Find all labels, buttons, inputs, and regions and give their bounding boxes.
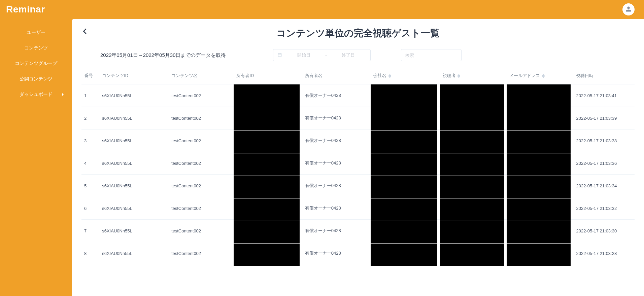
sidebar: ユーザー コンテンツ コンテンツグループ 公開コンテンツ ダッシュボード <box>0 19 72 296</box>
redacted-block <box>371 84 437 108</box>
table-row: 5s6XIAU0Nn55LtestContent002有償オーナー0428202… <box>81 175 635 197</box>
redacted-block <box>440 198 504 221</box>
redacted-block <box>440 244 504 266</box>
cell-content-name: testContent002 <box>169 175 234 197</box>
cell-content-id: s6XIAU0Nn55L <box>99 197 169 220</box>
cell-num: 3 <box>81 130 99 152</box>
redacted-block <box>371 131 437 153</box>
redacted-block <box>371 176 437 198</box>
redacted-block <box>440 131 504 153</box>
cell-view-datetime: 2022-05-17 21:03:34 <box>573 175 635 197</box>
cell-viewer <box>440 107 507 130</box>
redacted-block <box>371 108 437 131</box>
cell-owner-id <box>234 220 302 242</box>
redacted-block <box>440 176 504 198</box>
cell-content-id: s6XIAU0Nn55L <box>99 175 169 197</box>
cell-content-id: s6XIAU0Nn55L <box>99 152 169 175</box>
cell-email <box>507 130 573 152</box>
redacted-block <box>371 153 437 176</box>
cell-viewer <box>440 220 507 242</box>
table-row: 1s6XIAU0Nn55LtestContent002有償オーナー0428202… <box>81 84 635 107</box>
back-button[interactable] <box>81 28 89 36</box>
user-avatar-button[interactable] <box>622 3 635 15</box>
cell-company <box>371 175 440 197</box>
col-header-viewer[interactable]: 視聴者 <box>440 69 507 84</box>
col-header-owner-id: 所有者ID <box>234 69 302 84</box>
search-input[interactable] <box>405 49 457 61</box>
sidebar-item-label: コンテンツ <box>24 45 48 50</box>
cell-company <box>371 197 440 220</box>
cell-view-datetime: 2022-05-17 21:03:28 <box>573 242 635 265</box>
redacted-block <box>371 244 437 266</box>
col-header-content-id: コンテンツID <box>99 69 169 84</box>
redacted-block <box>507 198 571 221</box>
col-header-content-name: コンテンツ名 <box>169 69 234 84</box>
col-header-num: 番号 <box>81 69 99 84</box>
table-row: 3s6XIAU0Nn55LtestContent002有償オーナー0428202… <box>81 130 635 152</box>
cell-num: 4 <box>81 152 99 175</box>
cell-owner-name: 有償オーナー0428 <box>302 220 371 242</box>
col-header-company[interactable]: 会社名 <box>371 69 440 84</box>
cell-viewer <box>440 84 507 107</box>
cell-content-id: s6XIAU0Nn55L <box>99 220 169 242</box>
redacted-block <box>234 221 299 243</box>
cell-email <box>507 175 573 197</box>
cell-owner-name: 有償オーナー0428 <box>302 197 371 220</box>
sidebar-item-content-group[interactable]: コンテンツグループ <box>0 56 72 71</box>
sidebar-item-label: ダッシュボード <box>20 91 53 97</box>
cell-num: 6 <box>81 197 99 220</box>
sidebar-item-label: 公開コンテンツ <box>20 76 53 81</box>
date-start-placeholder: 開始日 <box>285 52 322 58</box>
cell-num: 8 <box>81 242 99 265</box>
cell-owner-id <box>234 107 302 130</box>
cell-content-name: testContent002 <box>169 220 234 242</box>
cell-content-id: s6XIAU0Nn55L <box>99 107 169 130</box>
cell-content-id: s6XIAU0Nn55L <box>99 130 169 152</box>
cell-owner-id <box>234 197 302 220</box>
redacted-block <box>234 84 299 108</box>
page-title: コンテンツ単位の完全視聴ゲスト一覧 <box>276 27 440 40</box>
redacted-block <box>234 198 299 221</box>
sidebar-item-label: コンテンツグループ <box>15 61 57 66</box>
table-row: 8s6XIAU0Nn55LtestContent002有償オーナー0428202… <box>81 242 635 265</box>
cell-viewer <box>440 242 507 265</box>
cell-num: 7 <box>81 220 99 242</box>
cell-company <box>371 242 440 265</box>
redacted-block <box>440 84 504 108</box>
cell-content-name: testContent002 <box>169 130 234 152</box>
app-header: Reminar <box>0 0 644 19</box>
date-range-picker[interactable]: 開始日 - 終了日 <box>273 49 371 61</box>
redacted-block <box>371 221 437 243</box>
cell-email <box>507 197 573 220</box>
cell-owner-id <box>234 175 302 197</box>
sidebar-item-contents[interactable]: コンテンツ <box>0 40 72 56</box>
redacted-block <box>440 108 504 131</box>
cell-view-datetime: 2022-05-17 21:03:38 <box>573 130 635 152</box>
cell-email <box>507 107 573 130</box>
cell-view-datetime: 2022-05-17 21:03:36 <box>573 152 635 175</box>
search-box[interactable] <box>401 49 462 61</box>
col-header-email[interactable]: メールアドレス <box>507 69 573 84</box>
redacted-block <box>507 244 571 266</box>
guest-list-table: 番号 コンテンツID コンテンツ名 所有者ID 所有者名 会社名 視聴者 <box>81 69 635 264</box>
sidebar-item-public-contents[interactable]: 公開コンテンツ <box>0 71 72 87</box>
cell-content-name: testContent002 <box>169 197 234 220</box>
sidebar-item-dashboard[interactable]: ダッシュボード <box>0 87 72 102</box>
redacted-block <box>440 153 504 176</box>
cell-owner-name: 有償オーナー0428 <box>302 84 371 107</box>
date-summary-text: 2022年05月01日～2022年05月30日までのデータを取得 <box>100 52 226 59</box>
user-icon <box>625 6 632 13</box>
table-row: 6s6XIAU0Nn55LtestContent002有償オーナー0428202… <box>81 197 635 220</box>
redacted-block <box>507 176 571 198</box>
cell-owner-name: 有償オーナー0428 <box>302 152 371 175</box>
table-header-row: 番号 コンテンツID コンテンツ名 所有者ID 所有者名 会社名 視聴者 <box>81 69 635 84</box>
cell-num: 1 <box>81 84 99 107</box>
cell-company <box>371 84 440 107</box>
cell-company <box>371 107 440 130</box>
redacted-block <box>234 176 299 198</box>
cell-viewer <box>440 130 507 152</box>
cell-owner-name: 有償オーナー0428 <box>302 130 371 152</box>
cell-owner-id <box>234 84 302 107</box>
cell-content-id: s6XIAU0Nn55L <box>99 84 169 107</box>
sidebar-item-users[interactable]: ユーザー <box>0 25 72 40</box>
